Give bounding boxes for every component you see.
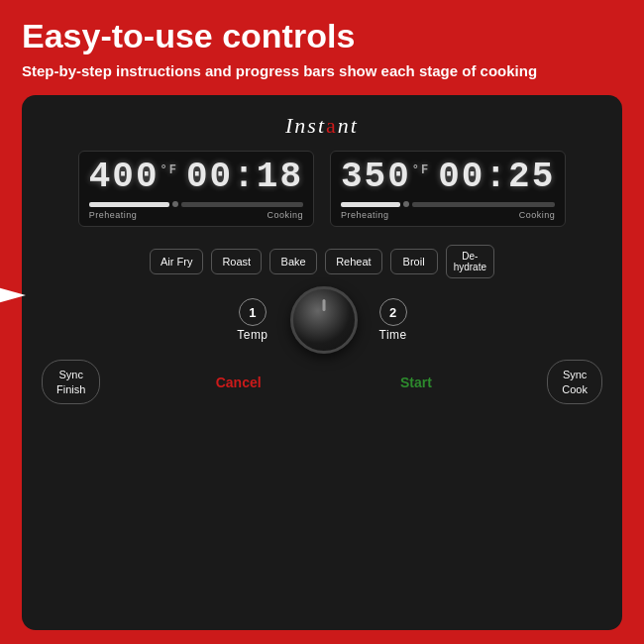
right-knob-group: 2 Time	[379, 298, 407, 342]
left-temp: 400°F	[89, 160, 178, 195]
logo: Instant	[285, 113, 359, 139]
sync-finish-button[interactable]: SyncFinish	[42, 360, 100, 404]
start-button[interactable]: Start	[376, 375, 456, 390]
right-temp: 350°F	[341, 160, 430, 195]
left-preheating-label: Preheating	[89, 210, 138, 220]
device-panel: Instant 400°F 00:18	[22, 95, 622, 630]
left-progress-bar	[89, 201, 303, 207]
bake-button[interactable]: Bake	[269, 249, 317, 274]
number-2-badge: 2	[379, 298, 407, 326]
left-time: 00:18	[186, 160, 303, 195]
page-subtitle: Step-by-step instructions and progress b…	[22, 60, 622, 81]
dehydrate-button[interactable]: De-hydrate	[446, 245, 494, 278]
knob-row: 1 Temp 2 Time	[42, 286, 602, 354]
roast-button[interactable]: Roast	[211, 249, 262, 274]
reheat-button[interactable]: Reheat	[325, 249, 381, 274]
displays-row: 400°F 00:18 Preheating Cooking	[42, 151, 602, 227]
right-preheating-label: Preheating	[341, 210, 389, 220]
brand-name: Instant	[285, 113, 359, 138]
arrow-indicator	[0, 281, 26, 309]
right-cooking-label: Cooking	[519, 210, 556, 220]
number-1-badge: 1	[239, 298, 267, 326]
display-right: 350°F 00:25 Preheating Cooking	[330, 151, 566, 227]
temp-label: Temp	[237, 328, 268, 342]
left-knob-group: 1 Temp	[237, 298, 268, 342]
left-progress-labels: Preheating Cooking	[89, 210, 303, 220]
sync-cook-button[interactable]: SyncCook	[547, 360, 602, 404]
page-title: Easy-to-use controls	[22, 18, 622, 54]
right-digits-row: 350°F 00:25	[341, 160, 555, 195]
control-knob[interactable]	[290, 286, 358, 354]
mode-buttons-row: Air Fry Roast Bake Reheat Broil De-hydra…	[150, 245, 494, 278]
left-progress-section: Preheating Cooking	[89, 201, 303, 220]
cancel-button[interactable]: Cancel	[192, 375, 285, 390]
broil-button[interactable]: Broil	[390, 249, 438, 274]
bottom-row: SyncFinish Cancel Start SyncCook	[42, 360, 602, 404]
left-cooking-label: Cooking	[267, 210, 303, 220]
right-progress-bar	[341, 201, 555, 207]
time-label: Time	[379, 328, 407, 342]
air-fry-button[interactable]: Air Fry	[150, 249, 203, 274]
right-progress-labels: Preheating Cooking	[341, 210, 555, 220]
right-progress-section: Preheating Cooking	[341, 201, 555, 220]
left-digits-row: 400°F 00:18	[89, 160, 303, 195]
display-left: 400°F 00:18 Preheating Cooking	[78, 151, 314, 227]
right-time: 00:25	[438, 160, 555, 195]
